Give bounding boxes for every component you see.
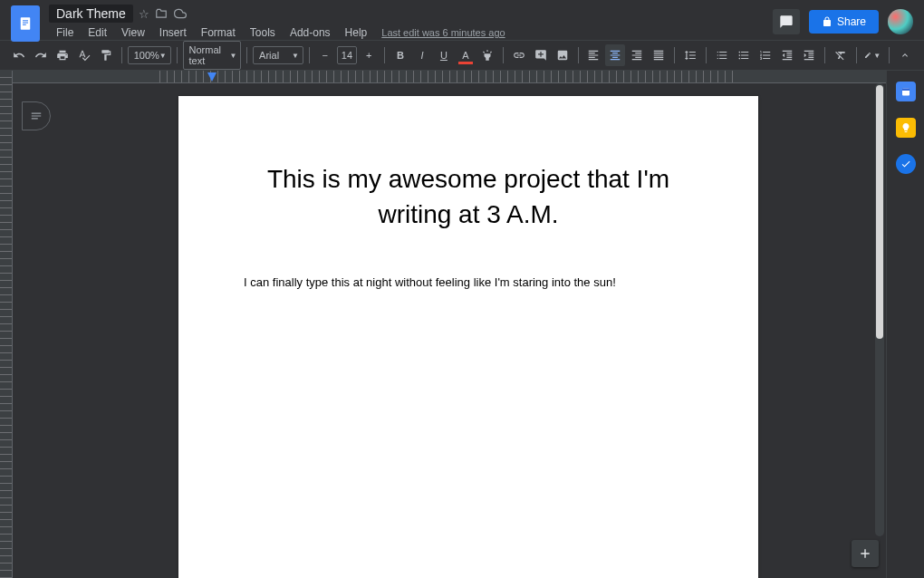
share-button[interactable]: Share [809,10,879,34]
svg-rect-3 [23,24,26,25]
paint-format-button[interactable] [96,44,116,66]
menu-addons[interactable]: Add-ons [283,24,338,41]
menu-insert[interactable]: Insert [152,24,194,41]
explore-button[interactable] [852,540,879,567]
font-family-select[interactable]: Arial▼ [253,46,303,64]
increase-indent-button[interactable] [799,44,819,66]
numbered-list-button[interactable] [756,44,775,66]
document-heading[interactable]: This is my awesome project that I'm writ… [244,161,693,232]
decrease-indent-button[interactable] [777,44,797,66]
horizontal-ruler [13,71,924,83]
zoom-select[interactable]: 100%▼ [128,46,171,64]
line-spacing-button[interactable] [680,44,700,66]
menu-view[interactable]: View [114,24,152,41]
vertical-ruler [0,71,13,578]
editing-mode-button[interactable]: ▼ [861,44,883,66]
insert-link-button[interactable] [509,44,529,66]
menu-file[interactable]: File [49,24,81,41]
menu-tools[interactable]: Tools [243,24,283,41]
comments-button[interactable] [773,9,800,34]
menu-edit[interactable]: Edit [81,24,114,41]
svg-rect-0 [21,17,31,30]
outline-toggle-button[interactable] [22,101,51,130]
document-title[interactable]: Dark Theme [49,5,133,23]
scrollbar-thumb[interactable] [876,85,883,339]
checklist-button[interactable] [712,44,732,66]
italic-button[interactable]: I [412,44,432,66]
menu-help[interactable]: Help [338,24,375,41]
svg-rect-1 [23,20,28,21]
paragraph-style-select[interactable]: Normal text▼ [183,41,242,70]
align-left-button[interactable] [583,44,603,66]
clear-formatting-button[interactable] [831,44,851,66]
side-panel [886,71,924,578]
insert-comment-button[interactable] [531,44,551,66]
cloud-status-icon[interactable] [173,7,188,20]
align-right-button[interactable] [627,44,647,66]
toolbar: 100%▼ Normal text▼ Arial▼ − 14 + B I U A… [0,40,924,71]
font-size-input[interactable]: 14 [337,46,357,64]
font-size-increase[interactable]: + [359,44,379,66]
last-edit-link[interactable]: Last edit was 6 minutes ago [381,27,505,38]
account-avatar[interactable] [888,9,913,34]
spellcheck-button[interactable] [74,44,94,66]
scrollbar[interactable] [875,83,884,536]
bulleted-list-button[interactable] [734,44,754,66]
font-size-decrease[interactable]: − [315,44,335,66]
highlight-color-button[interactable] [477,44,497,66]
redo-button[interactable] [31,44,51,66]
keep-icon[interactable] [896,118,916,138]
align-justify-button[interactable] [649,44,669,66]
calendar-icon[interactable] [896,82,916,101]
move-icon[interactable] [155,7,168,20]
underline-button[interactable]: U [434,44,454,66]
print-button[interactable] [53,44,72,66]
svg-rect-5 [902,89,910,92]
insert-image-button[interactable] [553,44,573,66]
document-paragraph[interactable]: I can finally type this at night without… [244,275,693,289]
bold-button[interactable]: B [390,44,410,66]
svg-rect-2 [23,23,28,24]
text-color-button[interactable]: A [456,44,476,66]
document-page[interactable]: This is my awesome project that I'm writ… [178,96,758,578]
star-icon[interactable]: ☆ [139,7,149,21]
share-label: Share [837,15,866,28]
menu-format[interactable]: Format [194,24,243,41]
docs-logo[interactable] [11,5,40,42]
align-center-button[interactable] [605,44,625,66]
hide-menus-button[interactable] [895,44,915,66]
undo-button[interactable] [9,44,29,66]
tasks-icon[interactable] [896,154,916,174]
